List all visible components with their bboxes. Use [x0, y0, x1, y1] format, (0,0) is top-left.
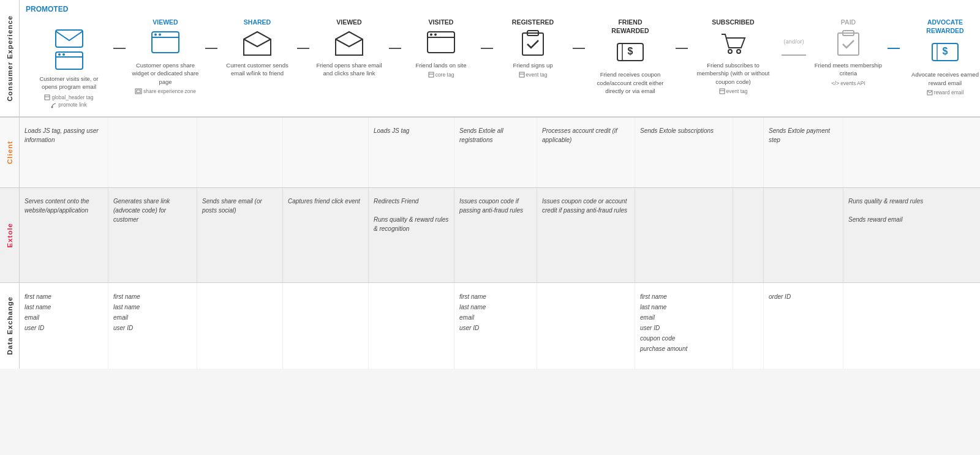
- client-cell-8: [733, 118, 764, 187]
- connector-2-3: [297, 48, 309, 49]
- email-icon: [55, 29, 83, 49]
- step-viewed2-desc: Friend opens share email and clicks shar…: [312, 61, 386, 78]
- tag-icon-promote1: [44, 94, 50, 100]
- data-cell-1: first namelast nameemailuser ID: [108, 283, 197, 369]
- data-cell-4: [369, 283, 454, 369]
- extole-cell-4: Redirects FriendRuns quality & reward ru…: [369, 188, 454, 282]
- step-paid: PAID Friend meets membership criteria </…: [809, 16, 888, 89]
- extole-cell-2: Sends share email (or posts social): [197, 188, 283, 282]
- data-content: first namelast nameemailuser ID first na…: [20, 283, 980, 369]
- client-content: Loads JS tag, passing user information L…: [20, 118, 980, 187]
- step-viewed: VIEWED Customer opens share widget or de…: [126, 16, 205, 97]
- client-cell-9: Sends Extole payment step: [764, 118, 843, 187]
- svg-rect-31: [838, 33, 859, 55]
- connector-6-7: [676, 48, 688, 49]
- extole-cell-8: [733, 188, 764, 282]
- tag-icon-promote2: [51, 102, 57, 108]
- client-cell-6: Processes account credit (if applicable): [537, 118, 635, 187]
- email-shared-icon: [243, 29, 271, 58]
- step-subscribed-title: SUBSCRIBED: [712, 18, 754, 26]
- icon-timeline: Customer visits site, or opens program e…: [20, 16, 980, 116]
- svg-rect-13: [137, 90, 140, 92]
- svg-point-10: [154, 34, 157, 36]
- promoted-strip: PROMOTED: [20, 0, 980, 16]
- extole-label-col: Extole: [0, 188, 20, 282]
- clipboard-paid-icon: [834, 29, 862, 58]
- svg-point-4: [62, 53, 65, 56]
- step-advocate-desc: Advocate receives earned reward email: [905, 70, 980, 87]
- promote-icons: [55, 29, 83, 71]
- extole-row: Extole Serves content onto the website/a…: [0, 188, 980, 283]
- client-cell-7: Sends Extole subscriptions: [635, 118, 733, 187]
- extole-content: Serves content onto the website/app/appl…: [20, 188, 980, 282]
- step-registered: REGISTERED Friend signs up event tag: [493, 16, 573, 80]
- svg-rect-29: [720, 89, 725, 94]
- client-row-label: Client: [6, 141, 13, 164]
- email-viewed2-icon: [335, 29, 363, 58]
- reward-email-icon: [927, 89, 933, 96]
- step-subscribed: SUBSCRIBED Friend subscribes to membersh…: [688, 16, 778, 97]
- step-subscribed-tag: event tag: [719, 88, 748, 94]
- connector-3-4: [389, 48, 401, 49]
- client-cell-0: Loads JS tag, passing user information: [20, 118, 108, 187]
- consumer-row: Consumer Experience PROMOTED: [0, 0, 980, 118]
- connector-1-2: [205, 48, 217, 49]
- andor-line: [782, 55, 806, 56]
- step-promote: Customer visits site, or opens program e…: [24, 16, 113, 111]
- andor-area: (and/or): [778, 16, 809, 56]
- cart-icon: [719, 29, 747, 58]
- data-cell-8: [733, 283, 764, 369]
- svg-rect-20: [522, 33, 543, 55]
- step-viewed2: VIEWED Friend opens share email and clic…: [309, 16, 389, 80]
- svg-point-16: [430, 34, 432, 36]
- svg-point-7: [51, 106, 53, 108]
- step-paid-tag: </> events API: [831, 80, 865, 86]
- client-cell-1: [108, 118, 197, 187]
- clipboard-registered-icon: [519, 29, 547, 58]
- data-cell-2: [197, 283, 283, 369]
- step-registered-tag: event tag: [519, 72, 548, 78]
- dollar-badge-advocate-icon: $: [931, 39, 959, 67]
- client-cell-3: [283, 118, 369, 187]
- data-cell-5: first namelast nameemailuser ID: [454, 283, 537, 369]
- client-cell-4: Loads JS tag: [369, 118, 454, 187]
- step-promote-tag: global_header tag promote link: [44, 94, 93, 110]
- client-cell-10: [843, 118, 938, 187]
- event-tag-icon-reg: [519, 72, 525, 78]
- svg-point-28: [737, 50, 741, 53]
- browser-viewed-icon: [151, 29, 179, 58]
- step-paid-desc: Friend meets membership criteria: [812, 61, 885, 78]
- step-promote-desc: Customer visits site, or opens program e…: [32, 75, 106, 91]
- extole-cell-1: Generates share link (advocate code) for…: [108, 188, 197, 282]
- step-advocate-tag: reward email: [927, 89, 964, 96]
- step-shared: SHARED Current customer sends email w/li…: [217, 16, 297, 80]
- dollar-badge-icon: $: [616, 39, 644, 67]
- extole-cell-6: Issues coupon code or account credit if …: [537, 188, 635, 282]
- promoted-label: PROMOTED: [26, 5, 68, 13]
- step-viewed-tag: share experience zone: [135, 88, 196, 94]
- andor-label: (and/or): [783, 38, 804, 45]
- data-label-col: Data Exchange: [0, 283, 20, 369]
- svg-point-17: [434, 34, 437, 36]
- event-tag-icon-sub: [719, 88, 725, 94]
- extole-cell-7: [635, 188, 733, 282]
- data-cell-9: order ID: [764, 283, 843, 369]
- step-viewed-title: VIEWED: [153, 18, 178, 26]
- consumer-row-label: Consumer Experience: [6, 15, 13, 101]
- extole-cell-0: Serves content onto the website/app/appl…: [20, 188, 108, 282]
- svg-text:$: $: [628, 46, 633, 56]
- step-registered-title: REGISTERED: [512, 18, 554, 26]
- step-advocate-title: ADVOCATEREWARDED: [926, 18, 963, 35]
- extole-cell-9: [764, 188, 843, 282]
- svg-rect-5: [45, 95, 50, 100]
- step-subscribed-desc: Friend subscribes to membership (with or…: [693, 61, 773, 86]
- step-shared-title: SHARED: [244, 18, 271, 26]
- step-viewed-desc: Customer opens share widget or dedicated…: [129, 61, 202, 86]
- step-advocate-rewarded: ADVOCATEREWARDED $ Advocate receives ear…: [900, 16, 980, 98]
- consumer-label: Consumer Experience: [0, 0, 20, 116]
- svg-point-27: [728, 50, 732, 53]
- extole-cell-5: Issues coupon code if passing anti-fraud…: [454, 188, 537, 282]
- data-cell-10: [843, 283, 938, 369]
- step-registered-desc: Friend signs up: [496, 61, 570, 69]
- data-row-label: Data Exchange: [6, 296, 13, 355]
